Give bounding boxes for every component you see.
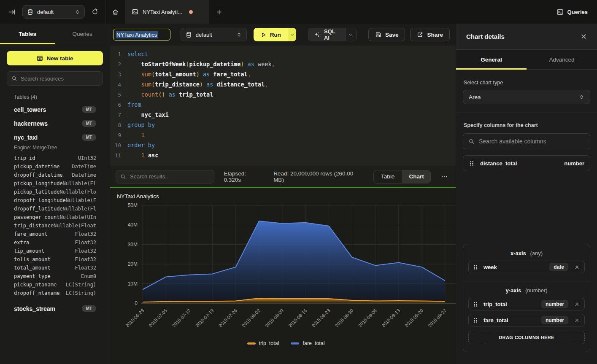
remove-icon[interactable] bbox=[573, 317, 581, 324]
drag-handle-icon[interactable] bbox=[469, 160, 475, 167]
query-tab-label: NYTaxi Analyti... bbox=[143, 9, 182, 15]
engine-badge: MT bbox=[82, 120, 96, 127]
column-name: trip_distance bbox=[14, 223, 54, 229]
sql-ai-options-button[interactable] bbox=[345, 28, 356, 41]
run-options-button[interactable] bbox=[288, 28, 296, 41]
svg-text:2015-09-27: 2015-09-27 bbox=[427, 308, 447, 328]
unsaved-dot-icon bbox=[189, 10, 193, 14]
column-row: dropoff_datetimeDateTime bbox=[14, 171, 96, 179]
query-database-selector[interactable]: default bbox=[181, 28, 247, 41]
table-item[interactable]: hackernewsMT bbox=[14, 116, 96, 130]
results-search-input[interactable] bbox=[130, 173, 210, 180]
elapsed-stat: Elapsed: 0.320s bbox=[224, 170, 264, 183]
svg-text:2015-09-13: 2015-09-13 bbox=[381, 308, 401, 328]
close-icon[interactable] bbox=[581, 33, 587, 40]
svg-text:2015-07-05: 2015-07-05 bbox=[148, 308, 168, 328]
divider bbox=[456, 113, 597, 113]
queries-icon bbox=[556, 8, 564, 16]
sidebar-tab-tables[interactable]: Tables bbox=[0, 24, 55, 44]
line-number: 2 bbox=[110, 61, 122, 67]
new-table-button[interactable]: New table bbox=[7, 51, 103, 65]
chart-type-select[interactable]: Area bbox=[463, 90, 590, 104]
tables-section-label: Tables (4) bbox=[14, 94, 96, 100]
home-tab-button[interactable] bbox=[105, 0, 125, 24]
sidebar-tab-queries[interactable]: Queries bbox=[55, 24, 110, 44]
sql-ai-button[interactable]: SQL AI bbox=[308, 28, 345, 41]
axis-column-type-badge: number bbox=[541, 300, 568, 308]
chart-details-content: Select chart type Area Specify columns f… bbox=[456, 70, 597, 364]
refresh-icon[interactable] bbox=[90, 7, 100, 17]
code-line: 6from bbox=[110, 100, 456, 110]
query-tab[interactable]: NYTaxi Analyti... bbox=[125, 0, 209, 24]
tab-general[interactable]: General bbox=[456, 50, 527, 69]
legend-swatch-icon bbox=[247, 342, 256, 345]
database-selector[interactable]: default bbox=[22, 5, 85, 19]
table-name: stocks_stream bbox=[14, 305, 55, 312]
column-row: pickup_ntanameLC(String) bbox=[14, 280, 96, 289]
collapse-sidebar-icon[interactable] bbox=[7, 7, 17, 17]
x-axis-header: x-axis (any) bbox=[468, 250, 585, 256]
console-icon bbox=[132, 8, 138, 15]
query-title-input[interactable]: NYTaxi Analytics bbox=[113, 29, 170, 40]
column-type: Float32 bbox=[75, 231, 97, 237]
x-axis-hint: (any) bbox=[530, 250, 543, 256]
results-search bbox=[116, 170, 214, 183]
axis-column-item[interactable]: trip_totalnumber bbox=[468, 298, 585, 310]
svg-text:2015-07-12: 2015-07-12 bbox=[171, 308, 192, 328]
save-button[interactable]: Save bbox=[368, 28, 405, 41]
sql-editor[interactable]: 1select2 toStartOfWeek(pickup_datetime) … bbox=[110, 46, 456, 166]
axis-column-type-badge: number bbox=[541, 316, 568, 324]
columns-label: Specify columns for the chart bbox=[464, 122, 589, 128]
column-row: total_amountFloat32 bbox=[14, 264, 96, 272]
tab-advanced[interactable]: Advanced bbox=[527, 50, 597, 69]
axis-column-item[interactable]: weekdate bbox=[468, 261, 585, 273]
run-button-group: Run bbox=[254, 28, 296, 41]
legend-item[interactable]: fare_total bbox=[291, 340, 324, 346]
available-column-name: distance_total bbox=[480, 160, 517, 167]
table-item[interactable]: cell_towersMT bbox=[14, 102, 96, 116]
new-tab-button[interactable] bbox=[209, 0, 229, 24]
y-axis-header: y-axis (number) bbox=[468, 287, 585, 294]
drop-columns-area[interactable]: DRAG COLUMNS HERE bbox=[468, 331, 585, 344]
resource-search-input[interactable] bbox=[21, 75, 98, 82]
columns-search-input[interactable] bbox=[479, 138, 585, 145]
chart-view-button[interactable]: Chart bbox=[402, 170, 431, 183]
legend-item[interactable]: trip_total bbox=[247, 340, 279, 346]
svg-text:50M: 50M bbox=[128, 202, 138, 208]
svg-text:0: 0 bbox=[135, 300, 138, 306]
x-axis-label: x-axis bbox=[511, 250, 526, 256]
axis-column-item[interactable]: fare_totalnumber bbox=[468, 314, 585, 326]
sql-ai-label: SQL AI bbox=[324, 28, 340, 41]
drag-handle-icon[interactable] bbox=[473, 301, 478, 307]
svg-text:2015-08-23: 2015-08-23 bbox=[311, 308, 331, 328]
column-name: extra bbox=[14, 240, 29, 245]
sparkles-icon bbox=[314, 32, 320, 38]
remove-icon[interactable] bbox=[573, 264, 581, 270]
more-options-icon[interactable] bbox=[440, 173, 450, 180]
queries-button[interactable]: Queries bbox=[567, 9, 588, 15]
column-row: dropoff_latitudeNullable(Fl bbox=[14, 205, 96, 213]
app-window: default NYTaxi Analyti... bbox=[0, 0, 597, 364]
table-item[interactable]: nyc_taxiMT bbox=[14, 130, 96, 144]
table-name: nyc_taxi bbox=[14, 134, 38, 141]
svg-text:2015-07-19: 2015-07-19 bbox=[194, 308, 215, 328]
available-column-item[interactable]: distance_totalnumber bbox=[463, 155, 590, 171]
read-stat: Read: 20,000,000 rows (260.00 MB) bbox=[273, 170, 364, 183]
sidebar: Tables Queries New table Tables (4) cell… bbox=[0, 24, 110, 364]
column-type: Nullable(Fl bbox=[63, 181, 96, 186]
table-item[interactable]: stocks_streamMT bbox=[14, 302, 96, 315]
run-button[interactable]: Run bbox=[254, 28, 288, 41]
column-name: pickup_latitude bbox=[14, 189, 59, 195]
svg-text:2015-08-16: 2015-08-16 bbox=[287, 308, 308, 328]
drag-handle-icon[interactable] bbox=[473, 317, 478, 324]
column-row: pickup_datetimeDateTime bbox=[14, 162, 96, 171]
table-view-button[interactable]: Table bbox=[374, 170, 402, 183]
svg-text:2015-06-28: 2015-06-28 bbox=[124, 308, 145, 328]
column-type: LC(String) bbox=[66, 282, 96, 288]
share-button[interactable]: Share bbox=[410, 28, 450, 41]
remove-icon[interactable] bbox=[573, 301, 581, 307]
drag-handle-icon[interactable] bbox=[473, 264, 478, 270]
column-name: pickup_datetime bbox=[14, 164, 59, 170]
search-icon bbox=[11, 75, 17, 81]
chart-type-label: Select chart type bbox=[464, 80, 589, 86]
